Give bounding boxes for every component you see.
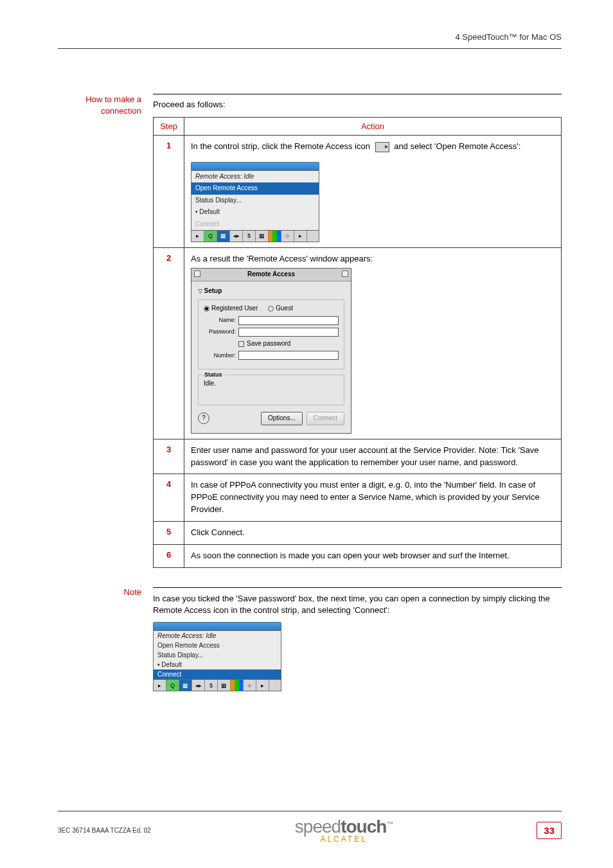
- menu2-connect: Connect: [154, 669, 281, 679]
- help-button: ?: [198, 412, 209, 424]
- remote-access-icon: [375, 142, 389, 152]
- footer-logo: speedtouch™ ALCATEL: [151, 817, 537, 844]
- step-number: 6: [154, 544, 184, 567]
- step-number: 3: [154, 439, 184, 474]
- status-box: Status Idle.: [198, 375, 344, 405]
- label-guest: Guest: [276, 305, 293, 312]
- logo-alcatel: ALCATEL: [151, 835, 537, 844]
- remote-access-window-screenshot: Remote Access Setup Registered User Gues…: [191, 268, 351, 434]
- step2-text: As a result the 'Remote Access' window a…: [191, 253, 555, 265]
- footer-rule: [58, 811, 562, 811]
- control-strip: ▸ Q ▦ ◂▸ $ ▦ ○ ▸: [191, 231, 319, 242]
- connect-button: Connect: [306, 412, 344, 425]
- label-save-password: Save password: [247, 340, 290, 347]
- window-titlebar: Remote Access: [191, 269, 351, 281]
- step6-text: As soon the connection is made you can o…: [184, 544, 562, 567]
- radio-guest: [268, 306, 274, 312]
- control-strip-menu-screenshot: Remote Access: Idle Open Remote Access S…: [191, 162, 319, 243]
- label-name: Name:: [204, 316, 236, 324]
- number-field: [238, 351, 339, 360]
- step-number: 5: [154, 521, 184, 544]
- table-row: 4 In case of PPPoA connectivity you must…: [154, 474, 562, 522]
- section-rule: [153, 94, 562, 94]
- menu-title: Remote Access: Idle: [191, 171, 319, 183]
- control-strip-menu-screenshot-2: Remote Access: Idle Open Remote Access S…: [153, 622, 281, 691]
- page-number: 33: [537, 822, 562, 839]
- th-action: Action: [184, 118, 562, 136]
- table-row: 6 As soon the connection is made you can…: [154, 544, 562, 567]
- header-rule: [58, 48, 562, 49]
- intro-text: Proceed as follows:: [153, 100, 562, 109]
- footer-doc-id: 3EC 36714 BAAA TCZZA Ed. 02: [58, 827, 151, 834]
- step3-text: Enter user name and password for your us…: [184, 439, 562, 474]
- checkbox-save-password: [238, 341, 244, 347]
- step-number: 2: [154, 248, 184, 439]
- step5-text: Click Connect.: [184, 521, 562, 544]
- table-row: 5 Click Connect.: [154, 521, 562, 544]
- close-icon: [194, 270, 200, 277]
- menu2-open-remote-access: Open Remote Access: [154, 641, 281, 650]
- menu-open-remote-access: Open Remote Access: [191, 182, 319, 195]
- menu-default: Default: [191, 206, 319, 218]
- radio-registered-user: [204, 306, 209, 312]
- menu-connect: Connect: [191, 218, 319, 231]
- header-chapter: 4 SpeedTouch™ for Mac OS: [58, 32, 562, 42]
- step-number: 1: [154, 136, 184, 248]
- logo-speed: speed: [295, 817, 341, 837]
- steps-table: Step Action 1 In the control strip, clic…: [153, 117, 562, 568]
- note-rule: [153, 587, 562, 588]
- logo-touch: touch: [341, 817, 386, 837]
- step1-text-b: and select 'Open Remote Access':: [394, 141, 520, 151]
- setup-label: Setup: [198, 287, 344, 296]
- step4-text: In case of PPPoA connectivity you must e…: [184, 474, 562, 522]
- status-legend: Status: [202, 371, 224, 379]
- menu2-status-display: Status Display...: [154, 650, 281, 660]
- table-row: 1 In the control strip, click the Remote…: [154, 136, 562, 248]
- menu2-title: Remote Access: Idle: [154, 631, 281, 641]
- label-number: Number:: [204, 351, 236, 360]
- table-row: 2 As a result the 'Remote Access' window…: [154, 248, 562, 439]
- step1-text-a: In the control strip, click the Remote A…: [191, 141, 370, 151]
- setup-fieldset: Registered User Guest Name:: [198, 299, 344, 369]
- control-strip-2: ▸ Q ▦ ◂▸ $ ▦ ○ ▸: [153, 680, 281, 691]
- footer: 3EC 36714 BAAA TCZZA Ed. 02 speedtouch™ …: [58, 817, 562, 844]
- logo-tm: ™: [386, 820, 393, 828]
- note-text: In case you ticked the 'Save password' b…: [153, 593, 562, 617]
- side-heading-note: Note: [58, 587, 141, 597]
- status-text: Idle.: [204, 379, 339, 389]
- options-button: Options...: [261, 412, 303, 425]
- password-field: [238, 328, 339, 337]
- menu2-default: Default: [154, 660, 281, 669]
- step-number: 4: [154, 474, 184, 522]
- zoom-icon: [342, 270, 348, 277]
- th-step: Step: [154, 118, 184, 136]
- side-heading-connection: How to make a connection: [58, 94, 141, 117]
- label-password: Password:: [204, 328, 236, 336]
- name-field: [238, 316, 339, 325]
- table-row: 3 Enter user name and password for your …: [154, 439, 562, 474]
- label-registered-user: Registered User: [211, 305, 258, 312]
- menu-status-display: Status Display...: [191, 195, 319, 207]
- window-title: Remote Access: [247, 270, 295, 278]
